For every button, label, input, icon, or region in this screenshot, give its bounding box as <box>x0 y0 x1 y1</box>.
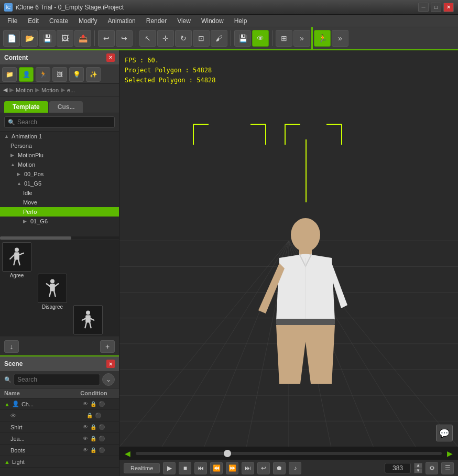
thumb-disagree[interactable]: Disagree <box>38 242 67 334</box>
record-button[interactable]: ⏺ <box>273 462 286 474</box>
realtime-button[interactable]: Realtime <box>124 463 160 473</box>
frame-number-input[interactable] <box>385 463 411 473</box>
row-eye-boots[interactable]: 👁 <box>83 447 88 453</box>
tree-item-00pos[interactable]: ▶ 00_Pos <box>0 169 119 179</box>
scale-button[interactable]: ⊡ <box>193 30 210 47</box>
menu-render[interactable]: Render <box>141 16 172 26</box>
scene-row-boots[interactable]: Boots 👁 🔒 ⚫ <box>0 445 119 456</box>
row-lock-jeans[interactable]: 🔒 <box>90 436 96 441</box>
thumb-extra[interactable] <box>73 242 103 334</box>
loop-button[interactable]: ↩ <box>257 462 270 474</box>
select-button[interactable]: ↖ <box>139 30 156 47</box>
settings-button[interactable]: ⚙ <box>426 462 438 474</box>
template-search-input[interactable] <box>17 118 111 126</box>
timeline-slider[interactable] <box>136 452 442 455</box>
template-add-button[interactable]: + <box>100 340 115 353</box>
timeline-thumb[interactable] <box>224 450 231 457</box>
motion-button[interactable]: 🏃 <box>314 30 331 47</box>
tree-item-persona[interactable]: Persona <box>0 141 119 150</box>
paint-button[interactable]: 🖌 <box>211 30 227 47</box>
tab-template[interactable]: Template <box>4 101 48 113</box>
row-dot-shirt[interactable]: ⚫ <box>99 424 105 430</box>
scene-row-light[interactable]: ▲ Light <box>0 456 119 468</box>
content-effects-icon[interactable]: ✨ <box>86 67 101 82</box>
menu-file[interactable]: File <box>2 16 23 26</box>
undo-button[interactable]: ↩ <box>98 30 115 47</box>
content-light-icon[interactable]: 💡 <box>69 67 84 82</box>
layout-button[interactable]: ⊞ <box>276 30 292 47</box>
maximize-button[interactable]: □ <box>431 3 441 12</box>
more-button[interactable]: » <box>293 30 310 47</box>
row-lock-shirt[interactable]: 🔒 <box>90 424 96 430</box>
redo-button[interactable]: ↪ <box>116 30 133 47</box>
frame-up-button[interactable]: ▲ <box>414 463 422 468</box>
timeline-left-arrow[interactable]: ◀ <box>125 449 130 458</box>
breadcrumb-back[interactable]: ◀ <box>3 86 7 93</box>
close-button[interactable]: ✕ <box>443 3 454 12</box>
tree-item-idle[interactable]: Idle <box>0 188 119 198</box>
menu-create[interactable]: Create <box>44 16 73 26</box>
row-eye-jeans[interactable]: 👁 <box>83 436 88 441</box>
content-folder-icon[interactable]: 📁 <box>2 67 17 82</box>
tree-item-move[interactable]: Move <box>0 198 119 207</box>
save2-button[interactable]: 💾 <box>234 30 251 47</box>
breadcrumb-current[interactable]: e... <box>67 87 75 93</box>
new-button[interactable]: 📄 <box>3 30 20 47</box>
minimize-button[interactable]: ─ <box>418 3 429 12</box>
render2-button[interactable]: 👁 <box>252 30 269 47</box>
prev-button[interactable]: ⏮ <box>194 462 207 474</box>
frame-down-button[interactable]: ▼ <box>414 468 422 473</box>
tree-item-motion[interactable]: ▲ Motion <box>0 160 119 169</box>
tree-scrollbar-thumb[interactable] <box>0 236 71 240</box>
menu-animation[interactable]: Animation <box>102 16 140 26</box>
move-button[interactable]: ✛ <box>157 30 174 47</box>
row-lock-icon2[interactable]: 🔒 <box>86 413 93 418</box>
tree-item-motionplus[interactable]: ▶ MotionPlu <box>0 150 119 160</box>
render-button[interactable]: 🖼 <box>57 30 73 47</box>
save-button[interactable]: 💾 <box>39 30 56 47</box>
row-eye-icon[interactable]: 👁 <box>83 401 88 407</box>
scene-row-character[interactable]: ▲ 👤 Ch... 👁 🔒 ⚫ <box>0 398 119 410</box>
scene-row-jeans[interactable]: Jea... 👁 🔒 ⚫ <box>0 433 119 445</box>
scene-search-input[interactable] <box>14 374 100 385</box>
rewind-button[interactable]: ⏪ <box>210 462 223 474</box>
tree-item-01g5[interactable]: ▲ 01_G5 <box>0 179 119 188</box>
rotate-button[interactable]: ↻ <box>175 30 192 47</box>
scene-expand-button[interactable]: ⌄ <box>102 373 115 386</box>
timeline-settings-button[interactable]: ☰ <box>441 462 454 474</box>
viewport-canvas[interactable]: FPS : 60. Project Polygon : 54828 Select… <box>119 50 458 447</box>
play-button[interactable]: ▶ <box>163 462 176 474</box>
audio-button[interactable]: ♪ <box>289 462 301 474</box>
row-dot-jeans[interactable]: ⚫ <box>99 436 105 441</box>
open-button[interactable]: 📂 <box>21 30 38 47</box>
template-down-button[interactable]: ↓ <box>4 340 19 353</box>
scene-close-button[interactable]: ✕ <box>106 360 115 368</box>
tree-item-01g6[interactable]: ▶ 01_G6 <box>0 217 119 226</box>
export-button[interactable]: 📤 <box>74 30 91 47</box>
tab-custom[interactable]: Cus... <box>49 101 83 113</box>
thumb-agree[interactable]: Agree <box>2 242 31 334</box>
scene-row-shirt[interactable]: Shirt 👁 🔒 ⚫ <box>0 421 119 433</box>
row-dot-boots[interactable]: ⚫ <box>99 447 105 453</box>
timeline-right-arrow[interactable]: ▶ <box>447 449 453 458</box>
chat-icon[interactable]: 💬 <box>436 425 453 441</box>
breadcrumb-motion2[interactable]: Motion <box>41 87 59 93</box>
row-dot-icon[interactable]: ⚫ <box>99 401 105 407</box>
tree-item-animation1[interactable]: ▲ Animation 1 <box>0 132 119 141</box>
more2-button[interactable]: » <box>332 30 348 47</box>
breadcrumb-motion1[interactable]: Motion <box>16 87 33 93</box>
row-dot-icon2[interactable]: ⚫ <box>95 413 101 418</box>
fastforward-button[interactable]: ⏩ <box>226 462 238 474</box>
stop-button[interactable]: ■ <box>179 462 191 474</box>
tree-item-perform[interactable]: Perfo <box>0 207 119 217</box>
row-lock-boots[interactable]: 🔒 <box>90 447 96 453</box>
menu-window[interactable]: Window <box>196 16 229 26</box>
content-close-button[interactable]: ✕ <box>106 53 115 62</box>
row-lock-icon[interactable]: 🔒 <box>90 401 96 407</box>
menu-view[interactable]: View <box>172 16 196 26</box>
next-button[interactable]: ⏭ <box>242 462 254 474</box>
menu-help[interactable]: Help <box>229 16 253 26</box>
tree-scrollbar[interactable] <box>0 236 119 240</box>
menu-edit[interactable]: Edit <box>23 16 44 26</box>
content-person-icon[interactable]: 👤 <box>19 67 34 82</box>
